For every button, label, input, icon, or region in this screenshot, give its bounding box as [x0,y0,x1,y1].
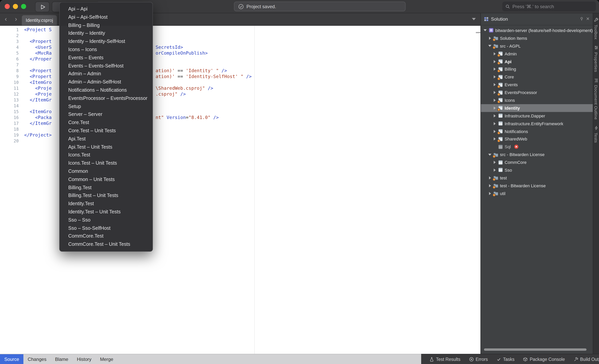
window-minimize-button[interactable] [13,4,18,9]
chevron-down-icon[interactable] [488,153,492,155]
solution-tree-item-bitwarden-server-feature-self-hosted-development[interactable]: bitwarden-server (feature/self-hosted-de… [481,27,593,34]
run-config-menu-item[interactable]: Events – Events [60,54,152,62]
nav-back-icon[interactable]: ‹ [2,15,9,23]
chevron-right-icon[interactable] [493,122,496,125]
chevron-right-icon[interactable] [493,169,496,172]
run-config-menu-item[interactable]: Api – Api [60,5,152,13]
chevron-right-icon[interactable] [488,37,492,40]
run-config-menu-item[interactable]: Icons.Test [60,151,152,159]
solution-tree-item-commcore[interactable]: CommCore [481,158,593,166]
run-config-menu-item[interactable]: Identity.Test – Unit Tests [60,208,152,216]
run-config-menu-item[interactable]: Admin – Admin [60,70,152,78]
run-button[interactable] [35,1,50,12]
view-tab-history[interactable]: History [72,354,96,364]
solution-tree-item-src-agpl[interactable]: src - AGPL [481,42,593,50]
run-config-menu-item[interactable]: Core.Test [60,119,152,127]
view-tab-blame[interactable]: Blame [51,354,72,364]
run-config-menu-item[interactable]: Billing.Test [60,184,152,192]
chevron-right-icon[interactable] [488,192,492,195]
solution-tree-item-events[interactable]: Events [481,81,593,89]
solution-tree-item-test[interactable]: test [481,174,593,182]
solution-tree-item-eventsprocessor[interactable]: EventsProcessor [481,89,593,96]
run-config-menu-item[interactable]: Server – Server [60,111,152,119]
chevron-right-icon[interactable] [493,91,496,94]
run-config-menu-item[interactable]: Api – Api-SelfHost [60,13,152,21]
run-config-menu-item[interactable]: Identity.Test [60,200,152,208]
solution-tree-item-core[interactable]: Core [481,73,593,81]
pad-strip-tests[interactable]: Tests [594,126,599,143]
tab-identity-csproj[interactable]: Identity.csproj [22,15,57,25]
chevron-right-icon[interactable] [493,114,496,117]
run-config-menu-item[interactable]: Core.Test – Unit Tests [60,127,152,135]
run-config-menu-item[interactable]: Common – Unit Tests [60,175,152,184]
solution-tree-item-identity[interactable]: Identity [481,104,593,112]
solution-tree-item-api[interactable]: Api [481,58,593,65]
nav-forward-icon[interactable]: › [12,15,19,23]
solution-tree-item-notifications[interactable]: Notifications [481,127,593,135]
run-config-menu-item[interactable]: Sso – Sso [60,216,152,224]
run-config-menu-item[interactable]: Billing.Test – Unit Tests [60,192,152,200]
chevron-right-icon[interactable] [493,52,496,55]
solution-tree-item-solution-items[interactable]: Solution Items [481,34,593,42]
run-config-menu-item[interactable]: Identity – Identity [60,29,152,38]
run-config-menu-item[interactable]: CommCore.Test – Unit Tests [60,240,152,249]
view-tab-changes[interactable]: Changes [23,354,51,364]
chevron-down-icon[interactable] [483,29,487,31]
statusbar-test-results[interactable]: Test Results [425,357,465,362]
view-tab-source[interactable]: Source [0,354,23,364]
chevron-right-icon[interactable] [493,107,496,110]
chevron-right-icon[interactable] [493,138,496,141]
chevron-right-icon[interactable] [493,68,496,71]
check-icon [496,357,501,362]
solution-tree-item-src-bitwarden-license[interactable]: src - Bitwarden License [481,151,593,159]
statusbar-build-output[interactable]: Build Output [569,357,599,362]
statusbar-tasks[interactable]: Tasks [492,357,519,362]
run-config-menu-item[interactable]: Icons.Test – Unit Tests [60,159,152,167]
close-icon[interactable]: ✕ [586,16,590,21]
window-zoom-button[interactable] [21,4,26,9]
window-close-button[interactable] [5,4,10,9]
pin-icon[interactable] [580,17,584,21]
statusbar-package-console[interactable]: Package Console [519,357,569,362]
chevron-right-icon[interactable] [493,75,496,79]
solution-tree-item-test-bitwarden-license[interactable]: test - Bitwarden License [481,182,593,190]
run-config-menu-item[interactable]: EventsProcessor – EventsProcessor [60,94,152,103]
solution-tree-item-admin[interactable]: Admin [481,50,593,58]
solution-tree-item-util[interactable]: util [481,189,593,197]
run-config-menu-item[interactable]: Sso – Sso-SelfHost [60,224,152,232]
chevron-down-icon[interactable] [488,45,492,47]
run-config-menu-item[interactable]: Notifications – Notifications [60,86,152,94]
pad-strip-document-outline[interactable]: Document Outline [594,78,599,120]
horizontal-scrollbar[interactable] [484,348,587,351]
run-config-menu-item[interactable]: Api.Test – Unit Tests [60,143,152,151]
chevron-right-icon[interactable] [488,184,492,187]
solution-tree-item-sso[interactable]: Sso [481,166,593,174]
run-config-menu-item[interactable]: Common [60,167,152,176]
run-config-menu-item[interactable]: Icons – Icons [60,46,152,54]
run-config-menu-item[interactable]: Admin – Admin-SelfHost [60,78,152,86]
statusbar-errors[interactable]: Errors [465,357,492,362]
solution-tree-item-billing[interactable]: Billing [481,65,593,73]
pad-strip-toolbox[interactable]: Toolbox [594,18,599,40]
view-tab-merge[interactable]: Merge [96,354,118,364]
chevron-right-icon[interactable] [493,60,496,63]
chevron-right-icon[interactable] [488,176,492,179]
run-config-menu-item[interactable]: Events – Events-SelfHost [60,62,152,70]
solution-tree-item-sharedweb[interactable]: SharedWeb [481,135,593,143]
run-config-menu-item[interactable]: CommCore.Test [60,232,152,240]
solution-tree-item-sql[interactable]: Sql [481,143,593,151]
run-config-menu-item[interactable]: Api.Test [60,135,152,143]
solution-tree-item-infrastructure-entityframework[interactable]: Infrastructure.EntityFramework [481,120,593,127]
run-config-menu-item[interactable]: Billing – Billing [60,21,152,29]
solution-tree-item-infrastructure-dapper[interactable]: Infrastructure.Dapper [481,112,593,120]
global-search-input[interactable]: Press '⌘.' to search [502,1,596,11]
chevron-right-icon[interactable] [493,161,496,164]
run-config-menu-item[interactable]: Setup [60,102,152,111]
tab-list-chevron-down-icon[interactable] [472,18,476,20]
chevron-right-icon[interactable] [493,99,496,102]
chevron-right-icon[interactable] [493,83,496,86]
pad-strip-properties[interactable]: Properties [594,45,599,72]
run-config-menu-item[interactable]: Identity – Identity-SelfHost [60,37,152,46]
solution-tree-item-icons[interactable]: Icons [481,96,593,104]
chevron-right-icon[interactable] [493,130,496,133]
